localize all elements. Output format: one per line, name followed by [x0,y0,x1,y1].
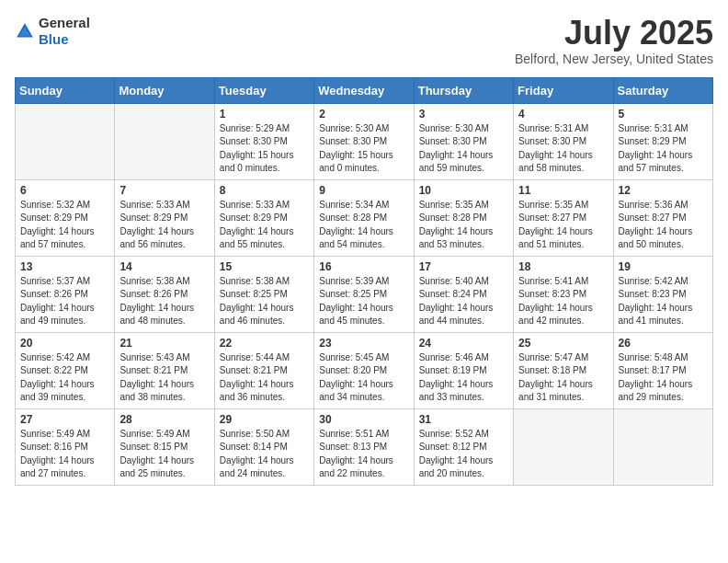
day-info-8: Sunrise: 5:33 AM Sunset: 8:29 PM Dayligh… [220,199,309,252]
day-info-14: Sunrise: 5:38 AM Sunset: 8:26 PM Dayligh… [119,275,209,328]
day-number-19: 19 [619,260,708,273]
calendar-cell-w5-d1: 27Sunrise: 5:49 AM Sunset: 8:16 PM Dayli… [16,408,115,485]
day-number-9: 9 [319,184,408,197]
day-number-6: 6 [20,184,109,197]
day-number-20: 20 [20,337,109,350]
calendar-cell-w3-d5: 17Sunrise: 5:40 AM Sunset: 8:24 PM Dayli… [414,256,513,332]
day-info-20: Sunrise: 5:42 AM Sunset: 8:22 PM Dayligh… [20,351,109,405]
calendar-cell-w4-d5: 24Sunrise: 5:46 AM Sunset: 8:19 PM Dayli… [414,332,513,408]
day-info-1: Sunrise: 5:29 AM Sunset: 8:30 PM Dayligh… [220,122,309,176]
day-info-30: Sunrise: 5:51 AM Sunset: 8:13 PM Dayligh… [319,428,408,481]
day-info-17: Sunrise: 5:40 AM Sunset: 8:24 PM Dayligh… [419,275,508,328]
logo-blue: Blue [39,31,69,47]
calendar-cell-w2-d5: 10Sunrise: 5:35 AM Sunset: 8:28 PM Dayli… [414,179,513,256]
day-number-15: 15 [220,260,309,273]
calendar-cell-w4-d7: 26Sunrise: 5:48 AM Sunset: 8:17 PM Dayli… [613,332,712,408]
day-number-16: 16 [319,260,408,273]
day-number-21: 21 [119,337,209,350]
days-of-week-row: Sunday Monday Tuesday Wednesday Thursday… [16,77,713,103]
day-info-28: Sunrise: 5:49 AM Sunset: 8:15 PM Dayligh… [119,428,209,481]
calendar-cell-w3-d2: 14Sunrise: 5:38 AM Sunset: 8:26 PM Dayli… [115,256,214,332]
day-number-30: 30 [319,413,408,426]
month-title: July 2025 [515,15,713,52]
day-info-11: Sunrise: 5:35 AM Sunset: 8:27 PM Dayligh… [518,199,608,252]
calendar-cell-w5-d7 [613,408,712,485]
day-info-12: Sunrise: 5:36 AM Sunset: 8:27 PM Dayligh… [619,199,708,252]
day-number-18: 18 [518,260,608,273]
calendar-cell-w1-d6: 4Sunrise: 5:31 AM Sunset: 8:30 PM Daylig… [514,103,613,179]
calendar-cell-w3-d7: 19Sunrise: 5:42 AM Sunset: 8:23 PM Dayli… [613,256,712,332]
calendar-cell-w2-d7: 12Sunrise: 5:36 AM Sunset: 8:27 PM Dayli… [613,179,712,256]
day-number-5: 5 [619,108,708,121]
day-info-7: Sunrise: 5:33 AM Sunset: 8:29 PM Dayligh… [119,199,209,252]
day-number-12: 12 [619,184,708,197]
logo-text: General Blue [39,15,90,48]
calendar-cell-w4-d4: 23Sunrise: 5:45 AM Sunset: 8:20 PM Dayli… [314,332,414,408]
calendar-cell-w5-d2: 28Sunrise: 5:49 AM Sunset: 8:15 PM Dayli… [115,408,214,485]
calendar-cell-w1-d3: 1Sunrise: 5:29 AM Sunset: 8:30 PM Daylig… [214,103,313,179]
day-info-23: Sunrise: 5:45 AM Sunset: 8:20 PM Dayligh… [319,351,408,405]
header-thursday: Thursday [414,77,513,103]
header-wednesday: Wednesday [314,77,414,103]
header-friday: Friday [514,77,613,103]
calendar-cell-w2-d6: 11Sunrise: 5:35 AM Sunset: 8:27 PM Dayli… [514,179,613,256]
logo: General Blue [15,15,90,48]
calendar-cell-w5-d5: 31Sunrise: 5:52 AM Sunset: 8:12 PM Dayli… [414,408,513,485]
calendar-cell-w4-d2: 21Sunrise: 5:43 AM Sunset: 8:21 PM Dayli… [115,332,214,408]
day-info-15: Sunrise: 5:38 AM Sunset: 8:25 PM Dayligh… [220,275,309,328]
day-number-11: 11 [518,184,608,197]
day-info-2: Sunrise: 5:30 AM Sunset: 8:30 PM Dayligh… [319,122,408,176]
calendar-cell-w3-d3: 15Sunrise: 5:38 AM Sunset: 8:25 PM Dayli… [214,256,313,332]
calendar-cell-w1-d1 [16,103,115,179]
calendar-cell-w5-d4: 30Sunrise: 5:51 AM Sunset: 8:13 PM Dayli… [314,408,414,485]
day-info-25: Sunrise: 5:47 AM Sunset: 8:18 PM Dayligh… [518,351,608,405]
day-info-31: Sunrise: 5:52 AM Sunset: 8:12 PM Dayligh… [419,428,508,481]
day-info-18: Sunrise: 5:41 AM Sunset: 8:23 PM Dayligh… [518,275,608,328]
day-info-13: Sunrise: 5:37 AM Sunset: 8:26 PM Dayligh… [20,275,109,328]
day-number-10: 10 [419,184,508,197]
location: Belford, New Jersey, United States [515,52,713,66]
calendar-cell-w3-d6: 18Sunrise: 5:41 AM Sunset: 8:23 PM Dayli… [514,256,613,332]
header-saturday: Saturday [613,77,712,103]
calendar-cell-w3-d4: 16Sunrise: 5:39 AM Sunset: 8:25 PM Dayli… [314,256,414,332]
day-info-10: Sunrise: 5:35 AM Sunset: 8:28 PM Dayligh… [419,199,508,252]
day-info-29: Sunrise: 5:50 AM Sunset: 8:14 PM Dayligh… [220,428,309,481]
calendar-cell-w1-d2 [115,103,214,179]
day-info-5: Sunrise: 5:31 AM Sunset: 8:29 PM Dayligh… [619,122,708,176]
calendar-cell-w5-d3: 29Sunrise: 5:50 AM Sunset: 8:14 PM Dayli… [214,408,313,485]
day-number-14: 14 [119,260,209,273]
day-number-22: 22 [220,337,309,350]
day-info-22: Sunrise: 5:44 AM Sunset: 8:21 PM Dayligh… [220,351,309,405]
logo-icon [15,21,35,41]
day-info-24: Sunrise: 5:46 AM Sunset: 8:19 PM Dayligh… [419,351,508,405]
day-number-2: 2 [319,108,408,121]
week-row-5: 27Sunrise: 5:49 AM Sunset: 8:16 PM Dayli… [16,408,713,485]
day-number-17: 17 [419,260,508,273]
day-number-4: 4 [518,108,608,121]
calendar-cell-w4-d3: 22Sunrise: 5:44 AM Sunset: 8:21 PM Dayli… [214,332,313,408]
day-number-1: 1 [220,108,309,121]
calendar-cell-w1-d7: 5Sunrise: 5:31 AM Sunset: 8:29 PM Daylig… [613,103,712,179]
header-sunday: Sunday [16,77,115,103]
day-info-4: Sunrise: 5:31 AM Sunset: 8:30 PM Dayligh… [518,122,608,176]
day-info-6: Sunrise: 5:32 AM Sunset: 8:29 PM Dayligh… [20,199,109,252]
calendar-cell-w2-d3: 8Sunrise: 5:33 AM Sunset: 8:29 PM Daylig… [214,179,313,256]
day-info-3: Sunrise: 5:30 AM Sunset: 8:30 PM Dayligh… [419,122,508,176]
day-info-26: Sunrise: 5:48 AM Sunset: 8:17 PM Dayligh… [619,351,708,405]
header-monday: Monday [115,77,214,103]
header-tuesday: Tuesday [214,77,313,103]
calendar-cell-w1-d5: 3Sunrise: 5:30 AM Sunset: 8:30 PM Daylig… [414,103,513,179]
calendar-cell-w2-d2: 7Sunrise: 5:33 AM Sunset: 8:29 PM Daylig… [115,179,214,256]
day-number-3: 3 [419,108,508,121]
day-number-27: 27 [20,413,109,426]
day-number-7: 7 [119,184,209,197]
day-number-13: 13 [20,260,109,273]
day-number-8: 8 [220,184,309,197]
calendar-cell-w4-d6: 25Sunrise: 5:47 AM Sunset: 8:18 PM Dayli… [514,332,613,408]
day-info-27: Sunrise: 5:49 AM Sunset: 8:16 PM Dayligh… [20,428,109,481]
calendar-cell-w2-d4: 9Sunrise: 5:34 AM Sunset: 8:28 PM Daylig… [314,179,414,256]
day-number-23: 23 [319,337,408,350]
week-row-1: 1Sunrise: 5:29 AM Sunset: 8:30 PM Daylig… [16,103,713,179]
calendar-body: 1Sunrise: 5:29 AM Sunset: 8:30 PM Daylig… [16,103,713,485]
calendar-cell-w2-d1: 6Sunrise: 5:32 AM Sunset: 8:29 PM Daylig… [16,179,115,256]
